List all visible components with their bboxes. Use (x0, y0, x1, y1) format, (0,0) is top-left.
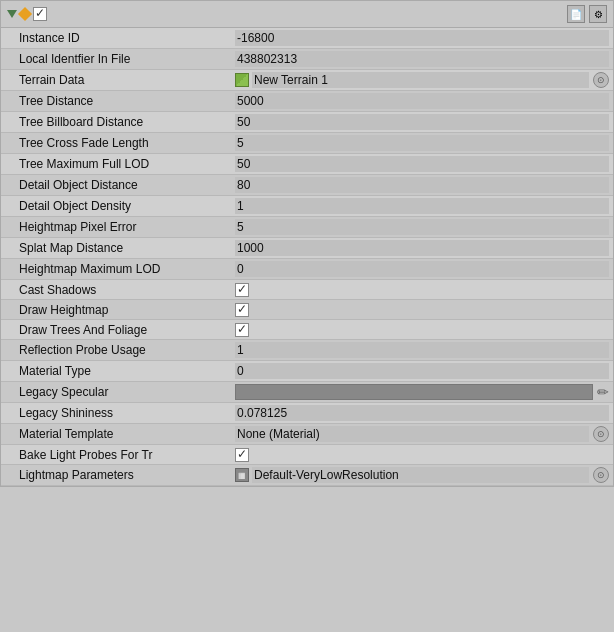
terrain-data-input[interactable] (252, 72, 589, 88)
text-input[interactable] (235, 156, 609, 172)
field-value (231, 260, 613, 278)
field-value (231, 92, 613, 110)
field-value (231, 404, 613, 422)
expand-arrow-icon[interactable] (7, 10, 17, 18)
field-label: Tree Cross Fade Length (1, 136, 231, 150)
terrain-panel: 📄 ⚙ Instance IDLocal Identfier In FileTe… (0, 0, 614, 487)
text-input[interactable] (235, 177, 609, 193)
material-select-button[interactable]: ⊙ (593, 426, 609, 442)
field-value: ⊙ (231, 71, 613, 89)
table-row: Draw Trees And Foliage (1, 320, 613, 340)
terrain-enabled-checkbox[interactable] (33, 7, 47, 21)
text-input[interactable] (235, 51, 609, 67)
text-input[interactable] (235, 240, 609, 256)
panel-header: 📄 ⚙ (1, 1, 613, 28)
table-row: Legacy Shininess (1, 403, 613, 424)
gear-icon: ⚙ (594, 9, 603, 20)
field-label: Draw Heightmap (1, 303, 231, 317)
table-row: Tree Distance (1, 91, 613, 112)
header-icons (7, 7, 47, 21)
field-label: Heightmap Maximum LOD (1, 262, 231, 276)
eyedropper-icon[interactable]: ✏ (597, 384, 609, 400)
table-row: Detail Object Distance (1, 175, 613, 196)
field-value (231, 50, 613, 68)
field-value (231, 197, 613, 215)
field-label: Lightmap Parameters (1, 468, 231, 482)
field-label: Bake Light Probes For Tr (1, 448, 231, 462)
field-label: Heightmap Pixel Error (1, 220, 231, 234)
field-value (231, 176, 613, 194)
color-swatch[interactable] (235, 384, 593, 400)
field-label: Draw Trees And Foliage (1, 323, 231, 337)
text-input[interactable] (235, 363, 609, 379)
text-input[interactable] (235, 114, 609, 130)
field-value (231, 341, 613, 359)
field-value: ⊙ (231, 425, 613, 443)
field-value (231, 322, 613, 338)
table-row: Instance ID (1, 28, 613, 49)
field-label: Detail Object Distance (1, 178, 231, 192)
field-label: Legacy Shininess (1, 406, 231, 420)
table-row: Material Template⊙ (1, 424, 613, 445)
page-icon: 📄 (570, 9, 582, 20)
table-row: Legacy Specular✏ (1, 382, 613, 403)
table-row: Tree Billboard Distance (1, 112, 613, 133)
table-row: Heightmap Maximum LOD (1, 259, 613, 280)
table-row: Draw Heightmap (1, 300, 613, 320)
field-label: Terrain Data (1, 73, 231, 87)
field-label: Splat Map Distance (1, 241, 231, 255)
field-label: Tree Maximum Full LOD (1, 157, 231, 171)
table-row: Bake Light Probes For Tr (1, 445, 613, 465)
field-label: Instance ID (1, 31, 231, 45)
field-label: Tree Billboard Distance (1, 115, 231, 129)
text-input[interactable] (235, 342, 609, 358)
text-input[interactable] (235, 405, 609, 421)
field-value (231, 218, 613, 236)
field-value: ✏ (231, 383, 613, 401)
checkbox[interactable] (235, 323, 249, 337)
table-row: Tree Maximum Full LOD (1, 154, 613, 175)
field-value (231, 447, 613, 463)
field-label: Detail Object Density (1, 199, 231, 213)
field-value: ▦⊙ (231, 466, 613, 484)
text-input[interactable] (235, 30, 609, 46)
table-row: Tree Cross Fade Length (1, 133, 613, 154)
table-row: Detail Object Density (1, 196, 613, 217)
field-label: Legacy Specular (1, 385, 231, 399)
checkbox[interactable] (235, 283, 249, 297)
page-icon-button[interactable]: 📄 (567, 5, 585, 23)
field-label: Tree Distance (1, 94, 231, 108)
field-value (231, 239, 613, 257)
table-row: Local Identfier In File (1, 49, 613, 70)
field-label: Local Identfier In File (1, 52, 231, 66)
table-row: Heightmap Pixel Error (1, 217, 613, 238)
field-value (231, 302, 613, 318)
text-input[interactable] (235, 261, 609, 277)
lightmap-params-icon: ▦ (235, 468, 249, 482)
table-row: Terrain Data⊙ (1, 70, 613, 91)
checkbox[interactable] (235, 448, 249, 462)
diamond-icon (18, 7, 32, 21)
text-input[interactable] (235, 93, 609, 109)
field-label: Material Template (1, 427, 231, 441)
material-template-input[interactable] (235, 426, 589, 442)
text-input[interactable] (235, 135, 609, 151)
field-value (231, 362, 613, 380)
text-input[interactable] (235, 219, 609, 235)
gear-icon-button[interactable]: ⚙ (589, 5, 607, 23)
checkbox[interactable] (235, 303, 249, 317)
field-label: Reflection Probe Usage (1, 343, 231, 357)
field-value (231, 113, 613, 131)
lightmap-select-button[interactable]: ⊙ (593, 467, 609, 483)
table-row: Reflection Probe Usage (1, 340, 613, 361)
lightmap-params-input[interactable] (252, 467, 589, 483)
table-row: Cast Shadows (1, 280, 613, 300)
header-right-buttons: 📄 ⚙ (567, 5, 607, 23)
table-row: Material Type (1, 361, 613, 382)
field-value (231, 155, 613, 173)
terrain-data-select-button[interactable]: ⊙ (593, 72, 609, 88)
field-label: Material Type (1, 364, 231, 378)
text-input[interactable] (235, 198, 609, 214)
field-value (231, 29, 613, 47)
field-value (231, 134, 613, 152)
